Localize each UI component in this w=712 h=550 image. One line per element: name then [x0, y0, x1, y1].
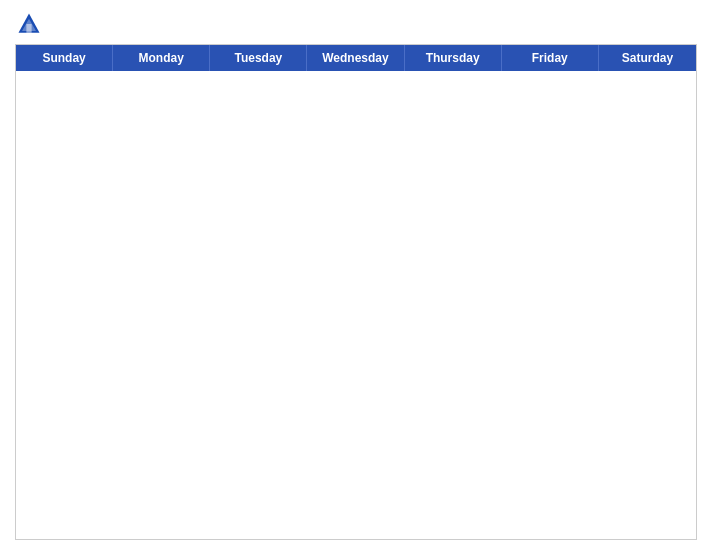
calendar-grid: SundayMondayTuesdayWednesdayThursdayFrid… [15, 44, 697, 540]
day-header-sunday: Sunday [16, 45, 113, 71]
logo [15, 10, 47, 38]
days-header: SundayMondayTuesdayWednesdayThursdayFrid… [16, 45, 696, 71]
day-header-wednesday: Wednesday [307, 45, 404, 71]
day-header-thursday: Thursday [405, 45, 502, 71]
day-header-friday: Friday [502, 45, 599, 71]
weeks-container [16, 71, 696, 539]
header [15, 10, 697, 38]
calendar-page: SundayMondayTuesdayWednesdayThursdayFrid… [0, 0, 712, 550]
svg-rect-2 [26, 24, 31, 33]
day-header-saturday: Saturday [599, 45, 696, 71]
logo-icon [15, 10, 43, 38]
day-header-monday: Monday [113, 45, 210, 71]
day-header-tuesday: Tuesday [210, 45, 307, 71]
